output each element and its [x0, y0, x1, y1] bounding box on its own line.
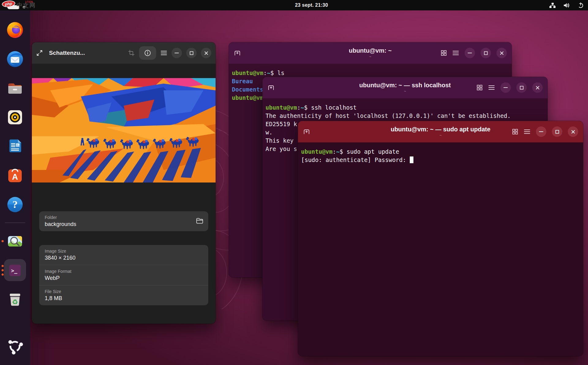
image-format-row: Image Format WebP	[39, 265, 208, 285]
fullscreen-icon[interactable]	[36, 50, 43, 56]
dock-divider	[5, 223, 25, 223]
dock-item-trash[interactable]: ♻	[0, 285, 30, 314]
menu-icon[interactable]	[488, 85, 495, 90]
window-title: ubuntu@vm: ~	[349, 47, 392, 54]
dock: A ? >_	[0, 10, 30, 365]
svg-text:>_: >_	[11, 268, 17, 274]
details-card: Image Size 3840 × 2160 Image Format WebP…	[39, 245, 208, 305]
console-icon: >_	[6, 262, 24, 279]
terminal-1-headerbar[interactable]: ubuntu@vm: ~ ~	[229, 42, 512, 64]
maximize-button[interactable]	[481, 48, 491, 58]
svg-text:?: ?	[13, 199, 18, 210]
image-size-value: 3840 × 2160	[45, 255, 203, 261]
file-size-value: 1,8 MB	[45, 295, 203, 302]
top-bar: php 中文网 17376 23 sept. 21:30	[0, 0, 588, 10]
svg-text:♻: ♻	[12, 298, 18, 306]
dock-item-thunderbird[interactable]	[0, 44, 30, 73]
dock-item-files[interactable]	[0, 73, 30, 103]
folder-card: Folder backgrounds	[39, 211, 208, 231]
dock-item-image-viewer[interactable]	[0, 227, 30, 256]
file-size-label: File Size	[45, 289, 203, 294]
dock-item-firefox[interactable]	[0, 15, 30, 44]
dock-item-app-center[interactable]: A	[0, 161, 30, 190]
libreoffice-writer-icon	[6, 137, 24, 155]
rhythmbox-icon	[6, 108, 24, 126]
firefox-icon	[6, 21, 24, 39]
help-icon: ?	[6, 196, 24, 213]
terminal-2-headerbar[interactable]: ubuntu@vm: ~ — ssh localhost ~	[262, 77, 548, 98]
minimize-button[interactable]	[536, 126, 546, 137]
image-size-row: Image Size 3840 × 2160	[39, 245, 208, 265]
terminal-3-headerbar[interactable]: ubuntu@vm: ~ — sudo apt update ~	[298, 121, 583, 142]
window-title: ubuntu@vm: ~ — sudo apt update	[391, 126, 491, 133]
system-tray[interactable]	[549, 0, 584, 10]
maximize-button[interactable]	[516, 82, 527, 93]
image-viewer-headerbar[interactable]: Schattenzu...	[32, 42, 216, 64]
running-indicator-dot	[2, 240, 4, 242]
image-viewer-window: Schattenzu...	[32, 42, 216, 324]
new-tab-icon[interactable]	[267, 84, 275, 91]
close-button[interactable]	[496, 48, 507, 58]
maximize-button[interactable]	[186, 48, 197, 58]
new-tab-icon[interactable]	[303, 128, 310, 135]
dock-item-help[interactable]: ?	[0, 190, 30, 219]
volume-icon[interactable]	[563, 2, 570, 8]
menu-icon[interactable]	[524, 129, 530, 134]
running-indicator-dot	[2, 273, 4, 276]
image-format-value: WebP	[45, 275, 203, 281]
running-indicator-dot	[2, 269, 4, 271]
tab-overview-icon[interactable]	[477, 85, 483, 91]
window-title: ubuntu@vm: ~ — ssh localhost	[359, 82, 451, 89]
image-viewer-icon	[6, 232, 24, 250]
menu-icon[interactable]	[452, 50, 459, 56]
watermark-number: 17376	[25, 0, 33, 3]
folder-row[interactable]: Folder backgrounds	[39, 211, 208, 231]
clock[interactable]: 23 sept. 21:30	[295, 0, 328, 10]
close-button[interactable]	[201, 48, 211, 58]
terminal-window-3: ubuntu@vm: ~ — sudo apt update ~ ubuntu@…	[298, 121, 583, 356]
file-size-row: File Size 1,8 MB	[39, 285, 208, 305]
image-format-label: Image Format	[45, 269, 203, 274]
dock-item-rhythmbox[interactable]	[0, 103, 30, 132]
app-center-icon: A	[6, 167, 24, 184]
minimize-button[interactable]	[172, 48, 182, 58]
svg-text:A: A	[12, 172, 18, 182]
terminal-line: ubuntu@vm:~$ sudo apt update	[301, 148, 580, 156]
minimize-button[interactable]	[500, 82, 511, 93]
crop-icon[interactable]	[128, 50, 135, 56]
terminal-line: The authenticity of host 'localhost (127…	[266, 112, 545, 120]
close-button[interactable]	[568, 126, 578, 137]
image-size-label: Image Size	[45, 249, 203, 254]
minimize-button[interactable]	[465, 48, 475, 58]
window-subtitle: ~	[439, 133, 442, 137]
ubuntu-logo-icon	[6, 338, 24, 355]
close-button[interactable]	[532, 82, 543, 93]
thunderbird-icon	[6, 50, 24, 68]
trash-icon: ♻	[6, 291, 24, 308]
window-subtitle: ~	[404, 89, 406, 93]
folder-value: backgrounds	[45, 221, 203, 228]
tab-overview-icon[interactable]	[441, 50, 447, 56]
menu-icon[interactable]	[160, 50, 167, 56]
info-button[interactable]	[139, 46, 156, 60]
open-folder-icon[interactable]	[196, 218, 203, 225]
dock-item-show-apps[interactable]	[0, 332, 30, 361]
window-title: Schattenzu...	[49, 50, 85, 56]
terminal-line: ubuntu@vm:~$ ssh localhost	[266, 103, 545, 112]
dock-item-console[interactable]: >_	[0, 256, 30, 285]
terminal-3-screen[interactable]: ubuntu@vm:~$ sudo apt update[sudo: authe…	[298, 142, 583, 164]
terminal-line: ubuntu@vm:~$ ls	[232, 69, 509, 77]
php-logo: php	[2, 0, 16, 8]
dock-item-libreoffice-writer[interactable]	[0, 132, 30, 161]
network-wired-icon[interactable]	[549, 2, 556, 8]
terminal-line: [sudo: authenticate] Password:	[301, 156, 580, 164]
php-watermark: php 中文网 17376	[2, 1, 15, 7]
folder-label: Folder	[45, 215, 203, 220]
running-indicator-dot	[2, 265, 4, 267]
window-subtitle: ~	[369, 55, 371, 59]
power-icon[interactable]	[578, 2, 584, 8]
maximize-button[interactable]	[552, 126, 562, 137]
tab-overview-icon[interactable]	[512, 129, 518, 135]
new-tab-icon[interactable]	[234, 50, 241, 56]
files-icon	[6, 79, 24, 97]
